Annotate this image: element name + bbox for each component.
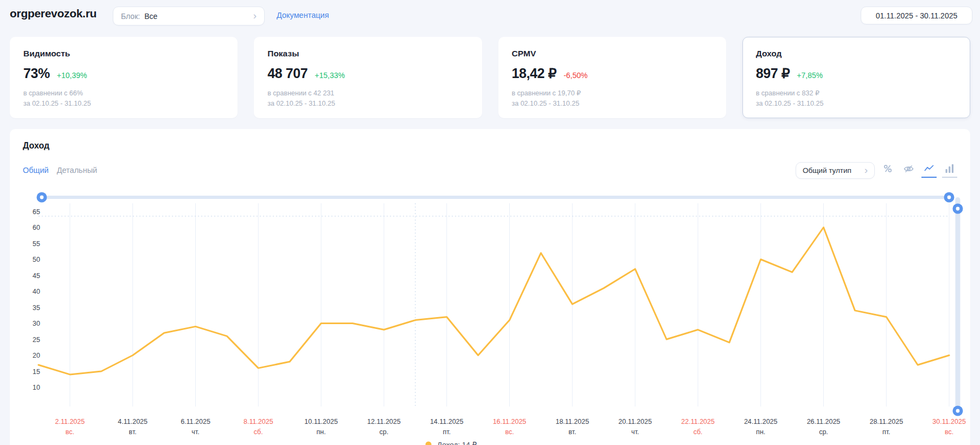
svg-text:12.11.2025: 12.11.2025 — [367, 418, 401, 425]
block-select-label: Блок: — [121, 12, 140, 21]
slider-handle-left[interactable] — [37, 192, 47, 203]
legend-dot — [426, 442, 432, 445]
svg-text:35: 35 — [33, 304, 40, 312]
card-impressions[interactable]: Показы 48 707 +15,33% в сравнении с 42 2… — [254, 37, 482, 118]
svg-text:пт.: пт. — [882, 428, 891, 436]
card-delta: -6,50% — [563, 71, 587, 80]
block-select[interactable]: Блок: Все › — [113, 7, 265, 25]
svg-text:26.11.2025: 26.11.2025 — [807, 418, 841, 425]
card-value: 73% — [23, 66, 50, 81]
tab-detailed[interactable]: Детальный — [57, 166, 98, 175]
svg-text:пт.: пт. — [443, 428, 451, 436]
eye-off-icon[interactable] — [901, 163, 916, 178]
svg-text:чт.: чт. — [191, 428, 199, 436]
chart-title: Доход — [23, 141, 49, 151]
svg-text:25: 25 — [33, 336, 40, 344]
svg-text:пн.: пн. — [317, 428, 326, 436]
line-chart-icon[interactable] — [921, 163, 937, 178]
card-title: CPMV — [512, 49, 713, 59]
svg-text:24.11.2025: 24.11.2025 — [744, 418, 778, 425]
svg-text:30: 30 — [33, 320, 40, 327]
block-select-value: Все — [144, 12, 157, 21]
slider-handle-top[interactable] — [953, 204, 963, 214]
card-income[interactable]: Доход 897 ₽ +7,85% в сравнении с 832 ₽ з… — [742, 37, 970, 118]
card-title: Показы — [267, 49, 468, 59]
chart-controls: Общий Детальный Общий тултип › — [23, 162, 957, 179]
svg-text:15: 15 — [33, 368, 40, 376]
card-compare: в сравнении с 19,70 ₽ за 02.10.25 - 31.1… — [512, 88, 713, 109]
svg-text:сб.: сб. — [693, 428, 702, 436]
chevron-right-icon: › — [864, 165, 868, 175]
svg-text:ср.: ср. — [819, 428, 828, 436]
svg-text:пн.: пн. — [756, 428, 765, 436]
svg-text:вс.: вс. — [66, 428, 74, 436]
svg-text:20.11.2025: 20.11.2025 — [618, 418, 652, 425]
legend-label: Доход: 14 ₽ — [437, 441, 477, 445]
date-range-picker[interactable]: 01.11.2025 - 30.11.2025 — [861, 7, 972, 24]
svg-text:30.11.2025: 30.11.2025 — [932, 418, 966, 425]
bar-chart-icon[interactable] — [942, 163, 957, 178]
slider-handle-right[interactable] — [944, 192, 955, 203]
svg-text:55: 55 — [33, 240, 40, 248]
svg-text:ср.: ср. — [380, 428, 389, 436]
svg-text:45: 45 — [33, 272, 40, 280]
stat-cards-row: Видимость 73% +10,39% в сравнении с 66% … — [10, 37, 970, 118]
card-compare: в сравнении с 832 ₽ за 02.10.25 - 31.10.… — [756, 88, 957, 109]
svg-text:10.11.2025: 10.11.2025 — [304, 418, 338, 425]
svg-text:14.11.2025: 14.11.2025 — [430, 418, 464, 425]
svg-text:сб.: сб. — [254, 428, 263, 436]
percent-icon[interactable] — [880, 163, 895, 178]
chart-tabs: Общий Детальный — [23, 166, 97, 175]
card-visibility[interactable]: Видимость 73% +10,39% в сравнении с 66% … — [10, 37, 238, 118]
svg-text:2.11.2025: 2.11.2025 — [55, 418, 85, 425]
svg-text:16.11.2025: 16.11.2025 — [493, 418, 527, 425]
income-line-chart: 6560555045403530252015102.11.2025вс.4.11… — [10, 190, 970, 445]
card-value: 897 ₽ — [756, 66, 790, 81]
svg-text:40: 40 — [33, 288, 40, 295]
svg-text:20: 20 — [33, 352, 40, 359]
card-delta: +15,33% — [315, 71, 345, 80]
svg-text:28.11.2025: 28.11.2025 — [869, 418, 903, 425]
svg-text:вт.: вт. — [129, 428, 137, 436]
card-value: 48 707 — [267, 66, 308, 81]
card-title: Видимость — [23, 49, 224, 59]
svg-text:8.11.2025: 8.11.2025 — [244, 418, 273, 425]
svg-text:10: 10 — [33, 384, 40, 391]
tooltip-mode-value: Общий тултип — [803, 166, 851, 175]
card-title: Доход — [756, 49, 957, 59]
slider-handle-bottom[interactable] — [953, 406, 963, 416]
card-compare: в сравнении с 66% за 02.10.25 - 31.10.25 — [23, 88, 224, 109]
card-delta: +10,39% — [57, 71, 87, 80]
svg-text:50: 50 — [33, 256, 40, 263]
card-delta: +7,85% — [797, 71, 823, 80]
svg-text:4.11.2025: 4.11.2025 — [118, 418, 148, 425]
card-value: 18,42 ₽ — [512, 66, 557, 81]
tooltip-mode-select[interactable]: Общий тултип › — [796, 162, 875, 179]
documentation-link[interactable]: Документация — [277, 11, 329, 20]
svg-text:вс.: вс. — [505, 428, 514, 436]
tab-general[interactable]: Общий — [23, 166, 49, 175]
card-compare: в сравнении с 42 231 за 02.10.25 - 31.10… — [267, 88, 468, 109]
chart-legend: Доход: 14 ₽ — [426, 441, 477, 445]
income-chart-card: Доход Общий Детальный Общий тултип › — [10, 129, 970, 445]
vertical-range-slider[interactable] — [953, 197, 963, 416]
svg-text:60: 60 — [33, 224, 40, 231]
site-logo: orgperevozok.ru — [10, 7, 97, 20]
svg-text:18.11.2025: 18.11.2025 — [555, 418, 589, 425]
chevron-right-icon: › — [253, 10, 257, 21]
card-cpmv[interactable]: CPMV 18,42 ₽ -6,50% в сравнении с 19,70 … — [498, 37, 726, 118]
svg-text:чт.: чт. — [631, 428, 639, 436]
svg-text:22.11.2025: 22.11.2025 — [681, 418, 715, 425]
horizontal-range-slider[interactable] — [37, 192, 955, 203]
svg-text:вт.: вт. — [568, 428, 576, 436]
svg-text:65: 65 — [33, 208, 40, 216]
svg-text:6.11.2025: 6.11.2025 — [181, 418, 210, 425]
date-range-value: 01.11.2025 - 30.11.2025 — [876, 11, 958, 20]
svg-text:вс.: вс. — [945, 428, 953, 436]
